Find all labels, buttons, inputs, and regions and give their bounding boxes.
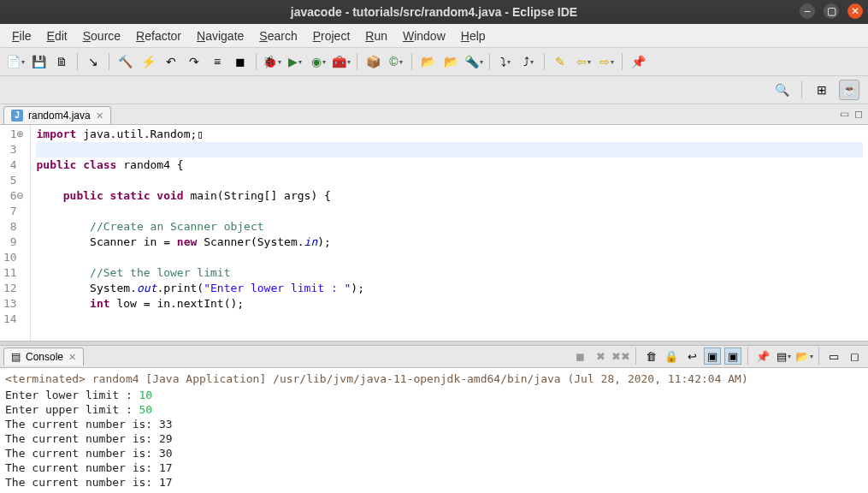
code-line[interactable]: System.out.print("Enter lower limit : ")… (36, 281, 863, 296)
line-number: 1⊕ (3, 127, 23, 142)
minimize-button[interactable]: – (800, 3, 815, 19)
menu-window[interactable]: Window (396, 27, 452, 45)
code-line[interactable] (36, 312, 863, 327)
line-number: 7 (3, 204, 23, 219)
code-line[interactable]: public static void main(String[] args) { (36, 188, 863, 204)
new-package-button[interactable]: 📦 (363, 51, 383, 72)
stop-button[interactable]: ◼ (230, 51, 251, 72)
console-line: The current number is: 33 (5, 417, 863, 431)
search-icon-button[interactable]: 🔍 (771, 80, 792, 100)
java-file-icon: J (11, 110, 23, 122)
menu-file[interactable]: File (5, 27, 38, 45)
console-line: The current number is: 17 (5, 475, 863, 490)
menu-search[interactable]: Search (252, 27, 304, 45)
console-icon: ▤ (11, 351, 21, 363)
back-button[interactable]: ⇦ (573, 51, 593, 72)
code-line[interactable]: Scanner in = new Scanner(System.in); (36, 235, 863, 250)
console-tab-close-icon[interactable]: ✕ (68, 352, 76, 363)
code-line[interactable]: import java.util.Random;▯ (36, 127, 863, 142)
next-annotation-button[interactable]: ⤵ (495, 51, 516, 72)
pin-button[interactable]: 📌 (628, 51, 648, 72)
prev-annotation-button[interactable]: ⤴ (518, 51, 539, 72)
menu-source[interactable]: Source (76, 27, 127, 45)
code-line[interactable] (36, 250, 863, 265)
search-toolbar-button[interactable]: 🔦 (464, 51, 484, 72)
new-class-button[interactable]: © (386, 51, 406, 72)
code-line[interactable] (36, 204, 863, 219)
undo-button[interactable]: ↶ (161, 51, 181, 72)
save-button[interactable]: 💾 (28, 51, 49, 72)
open-task-button[interactable]: 📂 (440, 51, 461, 72)
console-line: The current number is: 29 (5, 431, 863, 446)
console-line: Enter lower limit : 10 (5, 388, 863, 402)
console-output[interactable]: <terminated> random4 [Java Application] … (0, 368, 868, 493)
code-line[interactable]: //Set the lower limit (36, 265, 863, 281)
display-selected-console-button[interactable]: ▤ (775, 347, 792, 365)
line-number: 12 (3, 281, 23, 296)
run-button[interactable]: ▶ (285, 51, 305, 72)
terminate-button[interactable]: ◼ (571, 347, 588, 365)
close-button[interactable]: ✕ (847, 3, 863, 19)
toolbar-secondary: 🔍 ⊞ ☕ (0, 76, 868, 104)
line-number: 4 (3, 157, 23, 173)
java-perspective-button[interactable]: ☕ (839, 80, 859, 100)
console-maximize-icon[interactable]: ◻ (846, 347, 863, 365)
code-line[interactable]: public class random4 { (36, 157, 863, 173)
code-editor[interactable]: 1⊕ 3 4 5 6⊖ 7 8 9 10 11 12 13 14 import … (0, 125, 868, 341)
line-number: 6⊖ (3, 188, 23, 204)
scroll-lock-button[interactable]: 🔒 (663, 347, 680, 365)
open-type-button[interactable]: 📂 (417, 51, 438, 72)
code-line[interactable] (36, 173, 863, 188)
tab-random4-java[interactable]: J random4.java ✕ (3, 106, 111, 124)
console-minimize-icon[interactable]: ▭ (825, 347, 842, 365)
line-number: 13 (3, 296, 23, 312)
new-button[interactable]: 📄 (5, 51, 26, 72)
show-console-error-button[interactable]: ▣ (724, 347, 741, 365)
debug-button[interactable]: 🐞 (262, 51, 282, 72)
lightning-button[interactable]: ⚡ (138, 51, 158, 72)
menu-edit[interactable]: Edit (40, 27, 74, 45)
clear-console-button[interactable]: 🗑 (642, 347, 659, 365)
menu-bar: FileEditSourceRefactorNavigateSearchProj… (0, 24, 868, 48)
line-number: 3 (3, 142, 23, 157)
console-panel: ▤ Console ✕ ◼ ✖ ✖✖ 🗑 🔒 ↩ ▣ ▣ 📌 ▤ 📂 ▭ ◻ <… (0, 346, 868, 493)
comment-button[interactable]: ≡ (207, 51, 227, 72)
code-line[interactable]: int low = in.nextInt(); (36, 296, 863, 312)
coverage-button[interactable]: ◉ (308, 51, 328, 72)
save-all-button[interactable]: 🗎 (51, 51, 72, 72)
code-line[interactable] (36, 142, 863, 157)
console-line: The current number is: 30 (5, 446, 863, 460)
line-number: 10 (3, 250, 23, 265)
external-tools-button[interactable]: 🧰 (331, 51, 351, 72)
minimize-view-icon[interactable]: ▭ (840, 108, 849, 120)
redo-button[interactable]: ↷ (184, 51, 204, 72)
menu-navigate[interactable]: Navigate (190, 27, 251, 45)
word-wrap-button[interactable]: ↩ (683, 347, 700, 365)
build-button[interactable]: 🔨 (115, 51, 135, 72)
maximize-view-icon[interactable]: ◻ (854, 108, 863, 120)
title-bar: javacode - tutorials/src/random4.java - … (0, 0, 868, 24)
editor-tab-row: J random4.java ✕ ▭ ◻ (0, 104, 868, 125)
remove-launch-button[interactable]: ✖ (592, 347, 609, 365)
remove-all-button[interactable]: ✖✖ (612, 347, 629, 365)
open-console-button[interactable]: 📂 (795, 347, 812, 365)
show-console-standard-button[interactable]: ▣ (704, 347, 721, 365)
tab-close-icon[interactable]: ✕ (96, 110, 103, 122)
pin-console-button[interactable]: 📌 (754, 347, 771, 365)
line-number: 8 (3, 219, 23, 235)
line-number: 9 (3, 235, 23, 250)
window-title: javacode - tutorials/src/random4.java - … (291, 5, 577, 19)
menu-project[interactable]: Project (306, 27, 357, 45)
console-status-line: <terminated> random4 [Java Application] … (5, 371, 863, 386)
tab-label: random4.java (28, 110, 91, 122)
maximize-button[interactable]: ▢ (824, 3, 839, 19)
toggle-breadcrumb-button[interactable]: ↘ (83, 51, 103, 72)
menu-help[interactable]: Help (454, 27, 493, 45)
code-line[interactable]: //Create an Scanner object (36, 219, 863, 235)
open-perspective-button[interactable]: ⊞ (812, 80, 832, 100)
menu-run[interactable]: Run (358, 27, 394, 45)
tab-console[interactable]: ▤ Console ✕ (3, 347, 84, 365)
forward-button[interactable]: ⇨ (596, 51, 617, 72)
last-edit-button[interactable]: ✎ (550, 51, 570, 72)
menu-refactor[interactable]: Refactor (129, 27, 188, 45)
